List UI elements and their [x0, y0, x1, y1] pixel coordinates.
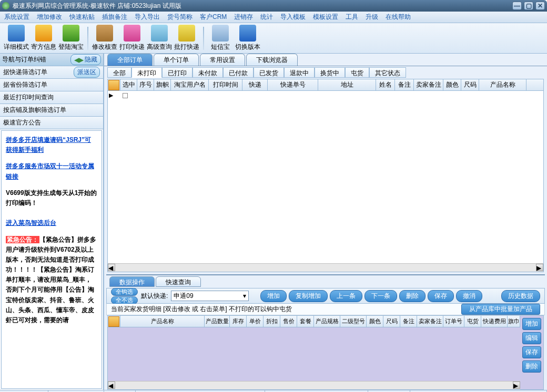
ops-保存[interactable]: 保存 — [428, 290, 454, 302]
dcol-二级型号[interactable]: 二级型号 — [340, 316, 367, 327]
col-尺码[interactable]: 尺码 — [461, 79, 479, 90]
tab-全部订单[interactable]: 全部订单 — [107, 54, 153, 66]
notice-link-3[interactable]: 进入菜鸟智选后台 — [6, 218, 97, 228]
nav-按店铺及旗帜筛选订单[interactable]: 按店铺及旗帜筛选订单 — [0, 104, 103, 117]
menu-在线帮助[interactable]: 在线帮助 — [386, 13, 411, 22]
menu-导入模板[interactable]: 导入模板 — [280, 13, 306, 22]
dcol-备注[interactable]: 备注 — [400, 316, 417, 327]
col-姓名[interactable]: 姓名 — [376, 79, 395, 90]
select-all-button[interactable]: 全钩选 — [111, 288, 138, 296]
menu-导入导出[interactable]: 导入导出 — [135, 13, 160, 22]
col-打印时间[interactable]: 打印时间 — [209, 79, 242, 90]
toolbar-寄方信息[interactable]: 寄方信息 — [31, 24, 57, 53]
menu-增加修改[interactable]: 增加修改 — [37, 13, 62, 22]
maximize-button[interactable]: ▢ — [524, 2, 533, 10]
default-express-select[interactable]: 申通09▾ — [171, 291, 249, 301]
hide-button[interactable]: ◀▶隐藏 — [70, 54, 101, 65]
ops-下一条[interactable]: 下一条 — [364, 290, 397, 302]
subtab-已发货[interactable]: 已发货 — [254, 67, 284, 78]
menu-统计[interactable]: 统计 — [260, 13, 273, 22]
dcol-单价[interactable]: 单价 — [247, 316, 264, 327]
menu-货号简称[interactable]: 货号简称 — [167, 13, 193, 22]
col-产品名称[interactable]: 产品名称 — [479, 79, 526, 90]
menu-模板设置[interactable]: 模板设置 — [313, 13, 338, 22]
notice-link-2[interactable]: 拼多多服务市场双十一活动专属链接 — [6, 161, 97, 181]
menu-插旗备注[interactable]: 插旗备注 — [102, 13, 127, 22]
dcol-屯货[interactable]: 屯货 — [464, 316, 481, 327]
toolbar-切换版本[interactable]: 切换版本 — [235, 24, 261, 53]
toolbar-登陆淘宝[interactable]: 登陆淘宝 — [58, 24, 84, 53]
subtab-换货中[interactable]: 换货中 — [315, 67, 345, 78]
nav-据省份筛选订单[interactable]: 据省份筛选订单 — [0, 79, 103, 91]
tab-单个订单[interactable]: 单个订单 — [154, 54, 199, 66]
dcol-售价[interactable]: 售价 — [280, 316, 297, 327]
ops-删除[interactable]: 删除 — [399, 290, 426, 302]
dcol-库存[interactable]: 库存 — [230, 316, 247, 327]
subtab-已付款[interactable]: 已付款 — [223, 67, 254, 78]
side-删除[interactable]: 删除 — [522, 360, 541, 373]
history-button[interactable]: 历史数据 — [501, 290, 540, 302]
tab-下载浏览器[interactable]: 下载浏览器 — [246, 54, 298, 66]
scroll-left-icon[interactable]: ◀ — [108, 264, 115, 271]
nav-极速官方公告[interactable]: 极速官方公告 — [0, 117, 103, 129]
detail-scrollbar[interactable]: ◀▶ — [108, 381, 520, 389]
menu-快速粘贴[interactable]: 快速粘贴 — [69, 13, 95, 22]
toolbar-短信宝[interactable]: 短信宝 — [207, 24, 234, 53]
select-none-button[interactable]: 全不选 — [111, 296, 138, 304]
dcol-折扣[interactable]: 折扣 — [264, 316, 280, 327]
nav-据快递筛选订单[interactable]: 据快递筛选订单派送区 — [0, 66, 103, 79]
ops-上一条[interactable]: 上一条 — [330, 290, 362, 302]
menu-客户CRM[interactable]: 客户CRM — [200, 13, 227, 22]
col-序号[interactable]: 序号 — [137, 79, 154, 90]
col-地址[interactable]: 地址 — [318, 79, 376, 90]
menu-升级[interactable]: 升级 — [366, 13, 378, 22]
subtab-退款中[interactable]: 退款中 — [284, 67, 315, 78]
dcol-产品规格[interactable]: 产品规格 — [314, 316, 340, 327]
col-icon[interactable] — [108, 79, 120, 90]
side-编辑[interactable]: 编辑 — [522, 332, 541, 344]
dcol-颜色[interactable]: 颜色 — [367, 316, 383, 327]
col-颜色[interactable]: 颜色 — [443, 79, 461, 90]
dcol-尺码[interactable]: 尺码 — [383, 316, 400, 327]
checkbox[interactable] — [123, 93, 128, 98]
menu-系统设置[interactable]: 系统设置 — [4, 13, 29, 22]
scroll-right-icon[interactable]: ▶ — [536, 264, 543, 271]
close-button[interactable]: ✕ — [535, 2, 545, 10]
notice-link-1[interactable]: 拼多多开店填邀请码“JSRJ”可获得新手福利 — [6, 135, 97, 155]
col-选中[interactable]: 选中 — [120, 79, 137, 90]
dcol-套餐[interactable]: 套餐 — [297, 316, 314, 327]
tab-常用设置[interactable]: 常用设置 — [200, 54, 245, 66]
horizontal-scrollbar[interactable]: ◀▶ — [108, 263, 543, 272]
add-from-product-library-button[interactable]: 从产品库中批量加产品 — [461, 304, 540, 315]
col-备注[interactable]: 备注 — [395, 79, 414, 90]
dcol-旗巾[interactable]: 旗巾 — [508, 316, 520, 327]
bottab-快速查询[interactable]: 快速查询 — [156, 276, 201, 287]
nav-最近打印时间查询[interactable]: 最近打印时间查询 — [0, 91, 103, 104]
ops-撤消[interactable]: 撤消 — [456, 290, 482, 302]
subtab-未打印[interactable]: 未打印 — [131, 67, 162, 78]
dcol-icon[interactable] — [108, 316, 120, 327]
col-快递[interactable]: 快递 — [242, 79, 268, 90]
col-卖家备注[interactable]: 卖家备注 — [414, 79, 443, 90]
subtab-全部[interactable]: 全部 — [107, 67, 131, 78]
side-保存[interactable]: 保存 — [522, 346, 541, 358]
toolbar-详细模式[interactable]: 详细模式 — [3, 24, 29, 53]
minimize-button[interactable]: — — [512, 2, 522, 10]
subtab-未付款[interactable]: 未付款 — [193, 67, 223, 78]
ops-增加[interactable]: 增加 — [260, 290, 287, 302]
subtab-其它状态[interactable]: 其它状态 — [369, 67, 406, 78]
dcol-产品数量[interactable]: 产品数量 — [205, 316, 230, 327]
col-旗帜[interactable]: 旗帜 — [154, 79, 171, 90]
toolbar-打印快递[interactable]: 打印快递 — [119, 24, 145, 53]
dcol-订单号[interactable]: 订单号 — [443, 316, 464, 327]
col-快递单号[interactable]: 快递单号 — [268, 79, 318, 90]
subtab-已打印[interactable]: 已打印 — [162, 67, 193, 78]
detail-grid-body[interactable] — [108, 327, 520, 381]
nav-btn-派送区[interactable]: 派送区 — [74, 67, 100, 78]
col-淘宝用户名[interactable]: 淘宝用户名 — [171, 79, 209, 90]
bottab-数据操作[interactable]: 数据操作 — [109, 276, 155, 287]
toolbar-修改核查[interactable]: 修改核查 — [92, 24, 118, 53]
toolbar-批打快递[interactable]: 批打快递 — [174, 24, 200, 53]
subtab-屯货[interactable]: 屯货 — [345, 67, 369, 78]
menu-工具[interactable]: 工具 — [346, 13, 358, 22]
